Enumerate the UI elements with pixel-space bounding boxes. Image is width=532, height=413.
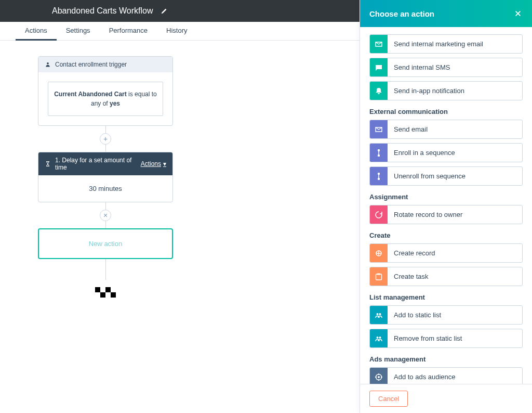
- person-icon: [45, 61, 51, 68]
- action-item[interactable]: Add to ads audience: [369, 367, 523, 384]
- remove-step-button[interactable]: ×: [100, 210, 111, 221]
- connector: +: [38, 126, 173, 152]
- trigger-property: Current Abandoned Cart: [54, 91, 127, 98]
- trigger-condition[interactable]: Current Abandoned Cart is equal to any o…: [48, 82, 163, 116]
- enrollment-trigger-card[interactable]: Contact enrollment trigger Current Aband…: [38, 56, 173, 126]
- rotate-icon: [370, 205, 388, 224]
- add-step-button[interactable]: +: [100, 133, 111, 145]
- action-item[interactable]: Send internal marketing email: [369, 34, 523, 54]
- action-item-label: Send in-app notification: [388, 82, 522, 100]
- people-icon: [370, 306, 388, 324]
- action-item[interactable]: Rotate record to owner: [369, 205, 523, 224]
- tab-settings[interactable]: Settings: [57, 22, 100, 41]
- action-item-label: Add to static list: [388, 306, 522, 324]
- delay-step-title: 1. Delay for a set amount of time: [55, 157, 141, 171]
- delay-actions-label: Actions: [141, 160, 161, 167]
- action-item[interactable]: Enroll in a sequence: [369, 143, 523, 162]
- action-item[interactable]: Send email: [369, 120, 523, 139]
- action-item-label: Send internal SMS: [388, 58, 522, 76]
- group-title: Create: [369, 231, 523, 239]
- action-item-label: Unenroll from sequence: [388, 167, 522, 185]
- action-item-label: Rotate record to owner: [388, 205, 522, 224]
- delay-card[interactable]: 1. Delay for a set amount of time Action…: [38, 152, 173, 202]
- chevron-down-icon: ▾: [163, 160, 166, 167]
- delay-actions-menu[interactable]: Actions ▾: [141, 160, 166, 167]
- action-item[interactable]: Create task: [369, 267, 523, 286]
- action-item-label: Add to ads audience: [388, 368, 522, 384]
- group-title: List management: [369, 293, 523, 301]
- action-item-label: Remove from static list: [388, 329, 522, 347]
- connector: ×: [38, 202, 173, 228]
- action-item[interactable]: Send internal SMS: [369, 58, 523, 77]
- action-item[interactable]: Create record: [369, 243, 523, 263]
- action-item[interactable]: Send in-app notification: [369, 81, 523, 100]
- edit-title-icon[interactable]: [160, 7, 168, 15]
- tab-history[interactable]: History: [157, 22, 196, 41]
- action-item-label: Create task: [388, 267, 522, 286]
- close-panel-button[interactable]: [513, 9, 523, 18]
- bell-icon: [370, 82, 388, 100]
- sequence-icon: [370, 167, 388, 185]
- action-item-label: Enroll in a sequence: [388, 144, 522, 162]
- action-chooser-panel: Choose an action Send internal marketing…: [360, 0, 532, 413]
- cancel-button[interactable]: Cancel: [369, 391, 408, 407]
- workflow-title: Abandoned Carts Workflow: [52, 6, 153, 16]
- action-item[interactable]: Unenroll from sequence: [369, 166, 523, 186]
- action-item-label: Send internal marketing email: [388, 35, 522, 53]
- group-title: External communication: [369, 108, 523, 115]
- panel-header: Choose an action: [360, 0, 532, 27]
- sequence-icon: [370, 144, 388, 162]
- sms-icon: [370, 58, 388, 76]
- panel-title: Choose an action: [369, 9, 434, 18]
- tab-performance[interactable]: Performance: [100, 22, 157, 41]
- people-icon: [370, 329, 388, 347]
- action-item-label: Create record: [388, 244, 522, 262]
- delay-value: 30 minutes: [38, 175, 172, 202]
- action-item[interactable]: Add to static list: [369, 305, 523, 325]
- enrollment-trigger-header: Contact enrollment trigger: [38, 57, 172, 72]
- trigger-value: yes: [110, 100, 120, 107]
- new-action-placeholder[interactable]: New action: [38, 228, 173, 259]
- panel-footer: Cancel: [360, 384, 532, 413]
- tab-actions[interactable]: Actions: [16, 22, 57, 41]
- delay-card-header: 1. Delay for a set amount of time Action…: [38, 152, 172, 175]
- action-item[interactable]: Remove from static list: [369, 329, 523, 348]
- target-icon: [370, 368, 388, 384]
- record-icon: [370, 244, 388, 262]
- new-action-label: New action: [89, 240, 122, 248]
- hourglass-icon: [45, 161, 51, 167]
- end-flag-icon: [38, 287, 173, 298]
- email-icon: [370, 120, 388, 138]
- group-title: Ads management: [369, 355, 523, 363]
- action-item-label: Send email: [388, 120, 522, 138]
- email-icon: [370, 35, 388, 53]
- task-icon: [370, 267, 388, 286]
- enrollment-trigger-label: Contact enrollment trigger: [55, 61, 127, 68]
- group-title: Assignment: [369, 193, 523, 201]
